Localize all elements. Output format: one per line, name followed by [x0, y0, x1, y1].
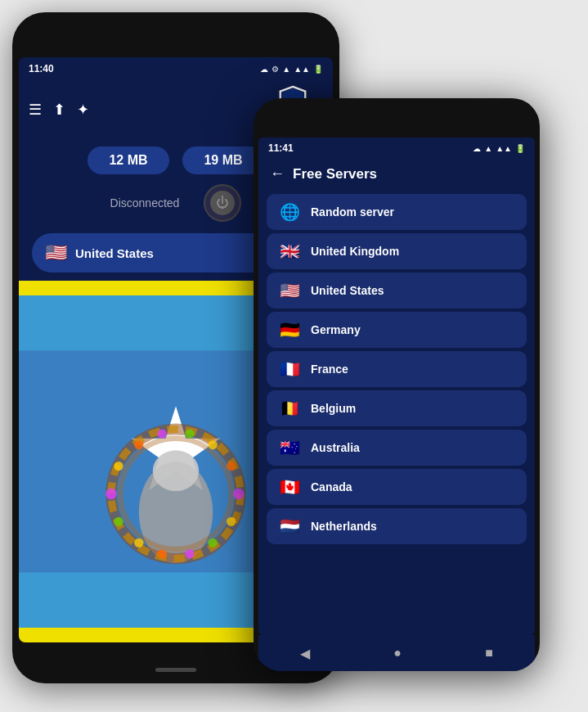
settings-icon: ⚙: [272, 65, 279, 74]
server-name-be: Belgium: [311, 402, 356, 415]
svg-point-4: [153, 451, 199, 492]
svg-point-12: [185, 430, 194, 439]
share-icon[interactable]: ⬆: [53, 101, 65, 119]
phone2-header: ← Free Servers: [258, 159, 535, 189]
selected-server-name: United States: [75, 246, 276, 260]
server-item-be[interactable]: 🇧🇪Belgium: [267, 390, 527, 426]
svg-point-17: [209, 539, 218, 548]
svg-point-11: [157, 430, 166, 439]
weather-icon: ☁: [260, 65, 268, 74]
svg-point-19: [157, 549, 166, 558]
phone2-notch: [376, 106, 417, 118]
server-name-fr: France: [311, 363, 348, 376]
phone2: 11:41 ☁ ▲ ▲▲ 🔋 ← Free Servers 🌐Random se…: [254, 98, 540, 671]
phone2-time: 11:41: [268, 142, 294, 154]
signal-icon: ▲▲: [294, 65, 310, 74]
phone2-screen: 11:41 ☁ ▲ ▲▲ 🔋 ← Free Servers 🌐Random se…: [258, 137, 535, 635]
server-flag-au: 🇦🇺: [278, 438, 301, 457]
svg-point-15: [233, 489, 245, 500]
menu-icon[interactable]: ☰: [29, 101, 42, 119]
phone1-notch: [151, 22, 200, 37]
battery-icon: 🔋: [313, 65, 323, 74]
server-list: 🌐Random server🇬🇧United Kingdom🇺🇸United S…: [258, 189, 535, 635]
nav-back-button[interactable]: ◀: [300, 646, 310, 661]
scene: 11:40 ☁ ⚙ ▲ ▲▲ 🔋 ☰ ⬆ ✦: [0, 0, 588, 712]
phone2-status-bar: 11:41 ☁ ▲ ▲▲ 🔋: [258, 137, 535, 159]
star-icon[interactable]: ✦: [77, 101, 89, 119]
download-stat: 12 MB: [88, 146, 169, 174]
server-name-random: Random server: [311, 205, 394, 219]
svg-point-16: [227, 517, 236, 526]
phone1-home-button[interactable]: [155, 668, 196, 672]
disconnect-label: Disconnected: [110, 196, 180, 210]
wifi-icon: ▲: [282, 65, 290, 74]
p2-battery-icon: 🔋: [515, 144, 525, 153]
server-item-us[interactable]: 🇺🇸United States: [267, 273, 527, 309]
server-flag-nl: 🇳🇱: [278, 516, 301, 536]
phone1-status-icons: ☁ ⚙ ▲ ▲▲ 🔋: [260, 65, 323, 74]
server-item-uk[interactable]: 🇬🇧United Kingdom: [267, 233, 527, 269]
server-flag-us: 🇺🇸: [278, 281, 301, 300]
svg-point-21: [114, 517, 123, 526]
svg-point-20: [134, 539, 143, 548]
server-name-nl: Netherlands: [311, 520, 377, 533]
server-flag-fr: 🇫🇷: [278, 359, 301, 379]
phone2-status-icons: ☁ ▲ ▲▲ 🔋: [473, 144, 525, 153]
server-flag-de: 🇩🇪: [278, 320, 301, 340]
svg-point-13: [209, 440, 218, 449]
p2-weather-icon: ☁: [473, 144, 481, 153]
p2-signal-icon: ▲▲: [496, 144, 512, 153]
phone1-time: 11:40: [29, 63, 54, 74]
upload-stat: 19 MB: [182, 146, 264, 174]
server-item-nl[interactable]: 🇳🇱Netherlands: [267, 508, 527, 544]
svg-point-8: [105, 489, 117, 500]
svg-point-9: [114, 462, 123, 471]
server-flag-be: 🇧🇪: [278, 399, 301, 418]
server-item-au[interactable]: 🇦🇺Australia: [267, 430, 527, 466]
server-item-de[interactable]: 🇩🇪Germany: [267, 312, 527, 348]
phone1-status-bar: 11:40 ☁ ⚙ ▲ ▲▲ 🔋: [19, 57, 333, 80]
svg-point-18: [185, 549, 194, 558]
server-flag-random: 🌐: [278, 202, 301, 222]
svg-point-10: [134, 440, 143, 449]
nav-home-button[interactable]: ●: [393, 646, 402, 660]
server-item-fr[interactable]: 🇫🇷France: [267, 351, 527, 387]
selected-server-flag: 🇺🇸: [45, 242, 67, 264]
server-name-de: Germany: [311, 323, 361, 336]
server-item-ca[interactable]: 🇨🇦Canada: [267, 469, 527, 505]
nav-recents-button[interactable]: ■: [485, 646, 493, 660]
free-servers-title: Free Servers: [293, 166, 377, 183]
server-name-uk: United Kingdom: [311, 245, 399, 258]
server-name-au: Australia: [311, 441, 360, 454]
server-item-random[interactable]: 🌐Random server: [267, 194, 527, 230]
p2-wifi-icon: ▲: [484, 144, 492, 153]
server-name-us: United States: [311, 284, 384, 297]
phone2-nav-bar: ◀ ● ■: [258, 635, 535, 671]
server-name-ca: Canada: [311, 480, 352, 493]
back-arrow-icon[interactable]: ←: [270, 165, 285, 183]
power-button-inner: ⏻: [210, 191, 235, 215]
server-flag-ca: 🇨🇦: [278, 477, 301, 497]
power-button[interactable]: ⏻: [204, 184, 241, 222]
server-flag-uk: 🇬🇧: [278, 241, 301, 261]
svg-point-14: [227, 462, 236, 471]
